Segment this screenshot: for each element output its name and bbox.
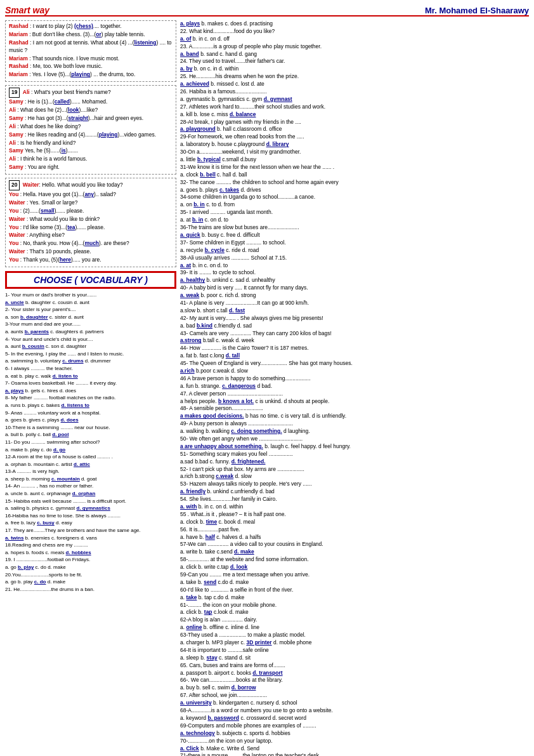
- vocab-item: a. son b. daughter c. sister d. aunt: [5, 314, 176, 321]
- dialogue-line: You : Thank you, (5)(here)..... you are.: [9, 256, 173, 264]
- q-item: a.rich b.poor c.weak d. slow: [180, 368, 529, 375]
- vocab-item: 9- Anas ......... voluntary work at a ho…: [5, 409, 176, 417]
- vocab-item: 19. I ......................football on …: [5, 556, 176, 564]
- q-item: a. buy b. sell c. swim d. borrow: [180, 684, 529, 692]
- vocab-item: a. plays b. gets c. hires d. does: [5, 387, 176, 395]
- vocab-item: 10-There is a swimming ......... near ou…: [5, 424, 176, 432]
- q-item: a. sleep b. stay c. stand d. sit: [180, 654, 529, 662]
- vocab-section-header: CHOOSE ( VOCABULARY ): [5, 271, 176, 289]
- vocab-item: 14- An .......... , has no mother or fat…: [5, 482, 176, 490]
- q-item: a. online b. offline c. inline d. line: [180, 624, 529, 632]
- q-item: 59-Can you ........ me a text message wh…: [180, 571, 529, 579]
- q-item: a.sad b.bad c. funny. d. frightened.: [180, 458, 529, 466]
- vocab-item: a. go b. play c. do d. make: [5, 564, 176, 571]
- vocab-item: a. orphan b. mountain c. artist d. attic: [5, 461, 176, 468]
- q-item: a. keyword b. password c. crossword d. s…: [180, 715, 529, 722]
- dialogue-line: Waiter : Anything else?: [9, 232, 173, 239]
- q-item: a. goes b. plays c. takes d. drives: [180, 187, 529, 194]
- vocab-item: 2- Your sister is your parent's....: [5, 306, 176, 314]
- q-item: 40- A baby bird is very ..... It cannot …: [180, 284, 529, 292]
- vocab-item: a. uncle b. aunt c. orphanage d. orphan: [5, 490, 176, 498]
- vocab-item: a. twins b. enemies c. foreigners d. van…: [5, 534, 176, 542]
- q-item: 65. Cars, buses and trains are forms of.…: [180, 662, 529, 670]
- q-item: 42- My aunt is very....... . She always …: [180, 315, 529, 322]
- vocab-item: a. make b. play c. do d. go: [5, 446, 176, 454]
- q-item: 49- A busy person is always ............…: [180, 420, 529, 428]
- dialogue-line: Samy : He has got (3)...(straight)...hai…: [9, 115, 173, 123]
- vocab-item: a. go b. play c. do d. make: [5, 578, 176, 586]
- q-item: 61-......... the icon on your mobile pho…: [180, 602, 529, 609]
- page-header: Smart way Mr. Mohamed El-Shaarawy: [5, 5, 529, 17]
- q-item: 71-there is a mouse .........the laptop …: [180, 752, 529, 756]
- dialogue-line: Waiter : That's 10 pounds, please.: [9, 248, 173, 256]
- vocab-item: a. runs b. plays c. bakes d. listens to: [5, 402, 176, 409]
- vocab-item: a. hopes b. foods c. meals d. hobbies: [5, 549, 176, 557]
- vocab-item: a. sailing b. physics c. gymnast d. gymn…: [5, 505, 176, 512]
- q-item: 67. After school, we join...............…: [180, 692, 529, 700]
- q-item: a. Click b. Make c. Write d. Send: [180, 745, 529, 753]
- vocab-item: 4- Your aunt and uncle's child is your..…: [5, 336, 176, 343]
- q-item: a makes good decisions. b has no time. c…: [180, 413, 529, 420]
- dialogue-number: 20 Waiter: Hello. What would you like to…: [9, 180, 173, 190]
- q-item: a. of b. in c. on d. off: [180, 36, 529, 43]
- vocab-item: 16-Habiba has no time to lose. She is al…: [5, 512, 176, 520]
- q-item: 66-. We can..................books at th…: [180, 677, 529, 684]
- q-item: 56. It is..............past five.: [180, 526, 529, 534]
- q-item: 48- A sensible person...................…: [180, 405, 529, 413]
- right-column: a. plays b. makes c. does d. practising …: [180, 20, 529, 756]
- vocab-item: 8- My father .......... football matches…: [5, 394, 176, 402]
- q-item: a. plays b. makes c. does d. practising: [180, 20, 529, 28]
- q-item: 44- How ............. is the Cairo Tower…: [180, 345, 529, 352]
- dialogue-line: Samy : You are right.: [9, 164, 173, 171]
- vocab-item: 7- Osama loves basketball. He ......... …: [5, 380, 176, 387]
- dialogue-line: Waiter : What would you like to drink?: [9, 216, 173, 223]
- vocab-item: 21. He......................the drums in…: [5, 586, 176, 594]
- q-item: a. clock b. time c. book d. meal: [180, 519, 529, 526]
- q-item: a. walking b. walking c. doing something…: [180, 428, 529, 435]
- dialogue-line: Mariam : But! don't like chess. (3)...(o…: [9, 31, 173, 39]
- q-item: 45- The Queen of England is very........…: [180, 360, 529, 368]
- q-item: a. kill b. lose c. miss d. balance: [180, 111, 529, 119]
- vocab-item: 11- Do you .......... swimming after sch…: [5, 439, 176, 446]
- q-item: a. at b. in c. on d. to: [180, 262, 529, 270]
- q-item: 37- Some children in Egypt .......... to…: [180, 239, 529, 247]
- q-item: a. bad b.kind c.friendly d. sad: [180, 322, 529, 330]
- q-item: 55 . What..is it , please? – It is half …: [180, 511, 529, 519]
- q-item: a. on b. in c. to d. from: [180, 201, 529, 209]
- q-item: a.strong b.tall c. weak d. week: [180, 337, 529, 345]
- q-item: 69-Computers and mobile phones are examp…: [180, 722, 529, 730]
- dialogue-20: 20 Waiter: Hello. What would you like to…: [5, 178, 176, 267]
- vocab-item: 12-A room at the top of a house is calle…: [5, 453, 176, 461]
- dialogue-line: Rashad : Me, too. We both love music.: [9, 63, 173, 70]
- header-right-title: Mr. Mohamed El-Shaarawy: [425, 6, 529, 15]
- q-item: a. gymnastic b. gymnastics c. gym d. gym…: [180, 96, 529, 103]
- vocab-item: a. aunts b. parents c. daughters d. part…: [5, 328, 176, 336]
- q-item: a. at b. in c. on d. to: [180, 216, 529, 224]
- vocab-item: 13-A .......... is very high.: [5, 468, 176, 475]
- q-item: a. write b. take c.send d. make: [180, 548, 529, 556]
- q-item: 43- Camels are very .............. They …: [180, 330, 529, 338]
- q-item: 22. What kind..............food do you l…: [180, 28, 529, 36]
- q-item: 28-At break, I play games with my friend…: [180, 119, 529, 126]
- dialogue-line: You : Hella. Have you got (1)...(any).. …: [9, 191, 173, 199]
- q-item: 47. A clever person ....................…: [180, 390, 529, 398]
- questions-list: a. plays b. makes c. does d. practising …: [180, 20, 529, 756]
- q-item: 57-We can .............. a video call to…: [180, 541, 529, 548]
- q-item: a are unhappy about something. b. laugh …: [180, 443, 529, 451]
- q-item: a. quick b. busy c. free d. difficult: [180, 232, 529, 239]
- vocab-item: a. uncle b. daughter c. cousin d. aunt: [5, 299, 176, 307]
- vocab-list: 1- Your mum or dad's brother is your....…: [5, 291, 176, 593]
- q-item: a. clock b. bell c. hall d. ball: [180, 171, 529, 179]
- q-item: a. band b. sand c. hand d. gang: [180, 51, 529, 58]
- q-item: 38-Ali usually arrives ............ Scho…: [180, 255, 529, 262]
- vocab-item: a. bull b. polly c. ball d. pool: [5, 431, 176, 439]
- q-item: 29-For homework, we often read books fro…: [180, 133, 529, 141]
- left-column: Rashad : I want to play (2) (chess).... …: [5, 20, 176, 756]
- q-item: 34-some children in Uganda go to school.…: [180, 194, 529, 201]
- dialogue-line: Mariam : That sounds nice. I love music …: [9, 55, 173, 63]
- q-item: a. click b. write c.tap d. look: [180, 564, 529, 571]
- q-item: a. with b. in c. on d. within: [180, 503, 529, 511]
- q-item: 25. He.............his dreams when he wo…: [180, 73, 529, 81]
- dialogue-line: Rashad : I want to play (2) (chess).... …: [9, 23, 173, 30]
- q-item: a. fun b. strange. c. dangerous d bad.: [180, 383, 529, 390]
